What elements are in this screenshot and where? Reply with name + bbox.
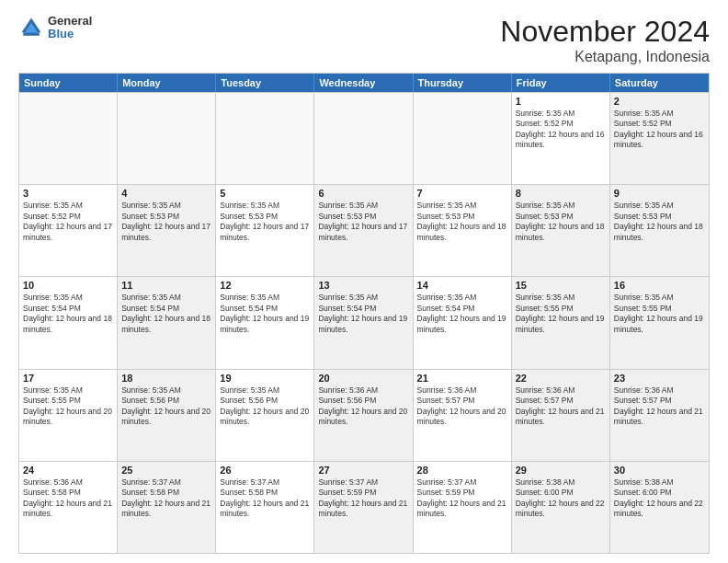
day-number: 12 [220, 280, 310, 291]
calendar-day-cell: 3Sunrise: 5:35 AM Sunset: 5:52 PM Daylig… [19, 185, 118, 276]
day-number: 4 [121, 188, 211, 199]
calendar: SundayMondayTuesdayWednesdayThursdayFrid… [18, 73, 710, 554]
calendar-week-row: 10Sunrise: 5:35 AM Sunset: 5:54 PM Dayli… [19, 276, 709, 368]
day-info: Sunrise: 5:37 AM Sunset: 5:58 PM Dayligh… [220, 477, 310, 520]
day-number: 14 [417, 280, 507, 291]
calendar-day-cell: 17Sunrise: 5:35 AM Sunset: 5:55 PM Dayli… [19, 370, 118, 461]
logo: General Blue [18, 15, 92, 41]
day-info: Sunrise: 5:35 AM Sunset: 5:56 PM Dayligh… [121, 385, 211, 428]
calendar-day-cell: 14Sunrise: 5:35 AM Sunset: 5:54 PM Dayli… [414, 277, 512, 368]
day-of-week-header: Sunday [19, 74, 118, 92]
day-of-week-header: Monday [118, 74, 216, 92]
day-info: Sunrise: 5:35 AM Sunset: 5:54 PM Dayligh… [318, 293, 408, 335]
day-info: Sunrise: 5:35 AM Sunset: 5:54 PM Dayligh… [220, 293, 310, 335]
day-number: 24 [23, 465, 113, 476]
day-number: 8 [516, 188, 606, 199]
calendar-day-cell: 24Sunrise: 5:36 AM Sunset: 5:58 PM Dayli… [19, 462, 118, 553]
logo-text: General Blue [48, 15, 92, 41]
location-subtitle: Ketapang, Indonesia [500, 49, 710, 65]
day-of-week-header: Thursday [414, 74, 512, 92]
calendar-day-cell: 11Sunrise: 5:35 AM Sunset: 5:54 PM Dayli… [118, 277, 216, 368]
day-info: Sunrise: 5:35 AM Sunset: 5:53 PM Dayligh… [318, 201, 408, 243]
calendar-day-cell: 25Sunrise: 5:37 AM Sunset: 5:58 PM Dayli… [118, 462, 216, 553]
day-of-week-header: Wednesday [314, 74, 413, 92]
day-info: Sunrise: 5:35 AM Sunset: 5:52 PM Dayligh… [516, 109, 606, 151]
calendar-day-cell: 7Sunrise: 5:35 AM Sunset: 5:53 PM Daylig… [414, 185, 512, 276]
day-number: 23 [614, 373, 705, 384]
calendar-week-row: 3Sunrise: 5:35 AM Sunset: 5:52 PM Daylig… [19, 184, 709, 276]
calendar-week-row: 1Sunrise: 5:35 AM Sunset: 5:52 PM Daylig… [19, 92, 709, 184]
calendar-day-cell: 19Sunrise: 5:35 AM Sunset: 5:56 PM Dayli… [216, 370, 314, 461]
day-number: 11 [121, 280, 211, 291]
calendar-day-cell: 29Sunrise: 5:38 AM Sunset: 6:00 PM Dayli… [512, 462, 610, 553]
calendar-day-cell: 1Sunrise: 5:35 AM Sunset: 5:52 PM Daylig… [512, 93, 610, 184]
day-number: 26 [220, 465, 310, 476]
calendar-page: General Blue November 2024 Ketapang, Ind… [0, 0, 728, 563]
calendar-day-cell [314, 93, 413, 184]
calendar-day-cell [19, 93, 118, 184]
day-info: Sunrise: 5:36 AM Sunset: 5:57 PM Dayligh… [614, 385, 705, 428]
logo-general: General [48, 15, 92, 28]
day-info: Sunrise: 5:35 AM Sunset: 5:54 PM Dayligh… [23, 293, 113, 335]
calendar-week-row: 17Sunrise: 5:35 AM Sunset: 5:55 PM Dayli… [19, 369, 709, 461]
day-info: Sunrise: 5:38 AM Sunset: 6:00 PM Dayligh… [516, 477, 606, 520]
calendar-day-cell: 18Sunrise: 5:35 AM Sunset: 5:56 PM Dayli… [118, 370, 216, 461]
calendar-day-cell: 2Sunrise: 5:35 AM Sunset: 5:52 PM Daylig… [610, 93, 709, 184]
day-of-week-header: Friday [512, 74, 610, 92]
day-number: 25 [121, 465, 211, 476]
day-number: 20 [318, 373, 408, 384]
day-info: Sunrise: 5:37 AM Sunset: 5:58 PM Dayligh… [121, 477, 211, 520]
day-info: Sunrise: 5:36 AM Sunset: 5:56 PM Dayligh… [318, 385, 408, 428]
calendar-day-cell: 21Sunrise: 5:36 AM Sunset: 5:57 PM Dayli… [414, 370, 512, 461]
day-number: 7 [417, 188, 507, 199]
day-number: 27 [318, 465, 408, 476]
calendar-day-cell: 12Sunrise: 5:35 AM Sunset: 5:54 PM Dayli… [216, 277, 314, 368]
day-number: 5 [220, 188, 310, 199]
day-number: 10 [23, 280, 113, 291]
day-info: Sunrise: 5:35 AM Sunset: 5:53 PM Dayligh… [614, 201, 705, 243]
calendar-day-cell: 15Sunrise: 5:35 AM Sunset: 5:55 PM Dayli… [512, 277, 610, 368]
calendar-day-cell: 28Sunrise: 5:37 AM Sunset: 5:59 PM Dayli… [414, 462, 512, 553]
day-number: 3 [23, 188, 113, 199]
day-number: 30 [614, 465, 705, 476]
svg-rect-2 [23, 33, 40, 37]
day-info: Sunrise: 5:37 AM Sunset: 5:59 PM Dayligh… [318, 477, 408, 520]
day-number: 15 [516, 280, 606, 291]
day-number: 13 [318, 280, 408, 291]
calendar-day-cell: 4Sunrise: 5:35 AM Sunset: 5:53 PM Daylig… [118, 185, 216, 276]
calendar-day-cell: 16Sunrise: 5:35 AM Sunset: 5:55 PM Dayli… [610, 277, 709, 368]
day-info: Sunrise: 5:35 AM Sunset: 5:53 PM Dayligh… [417, 201, 507, 243]
day-info: Sunrise: 5:35 AM Sunset: 5:55 PM Dayligh… [23, 385, 113, 428]
calendar-day-cell: 13Sunrise: 5:35 AM Sunset: 5:54 PM Dayli… [314, 277, 413, 368]
day-number: 18 [121, 373, 211, 384]
day-number: 17 [23, 373, 113, 384]
day-number: 1 [516, 96, 606, 107]
day-info: Sunrise: 5:36 AM Sunset: 5:58 PM Dayligh… [23, 477, 113, 520]
day-number: 19 [220, 373, 310, 384]
day-number: 22 [516, 373, 606, 384]
day-number: 28 [417, 465, 507, 476]
day-number: 6 [318, 188, 408, 199]
day-info: Sunrise: 5:35 AM Sunset: 5:55 PM Dayligh… [516, 293, 606, 335]
day-info: Sunrise: 5:35 AM Sunset: 5:53 PM Dayligh… [516, 201, 606, 243]
calendar-day-cell: 5Sunrise: 5:35 AM Sunset: 5:53 PM Daylig… [216, 185, 314, 276]
day-number: 21 [417, 373, 507, 384]
calendar-day-cell: 23Sunrise: 5:36 AM Sunset: 5:57 PM Dayli… [610, 370, 709, 461]
calendar-day-cell: 22Sunrise: 5:36 AM Sunset: 5:57 PM Dayli… [512, 370, 610, 461]
calendar-body: 1Sunrise: 5:35 AM Sunset: 5:52 PM Daylig… [19, 92, 709, 553]
day-info: Sunrise: 5:35 AM Sunset: 5:54 PM Dayligh… [417, 293, 507, 335]
day-info: Sunrise: 5:35 AM Sunset: 5:53 PM Dayligh… [220, 201, 310, 243]
day-info: Sunrise: 5:35 AM Sunset: 5:54 PM Dayligh… [121, 293, 211, 335]
calendar-day-cell: 20Sunrise: 5:36 AM Sunset: 5:56 PM Dayli… [314, 370, 413, 461]
month-year-title: November 2024 [500, 15, 710, 49]
day-info: Sunrise: 5:36 AM Sunset: 5:57 PM Dayligh… [417, 385, 507, 428]
calendar-day-cell: 30Sunrise: 5:38 AM Sunset: 6:00 PM Dayli… [610, 462, 709, 553]
logo-blue: Blue [48, 28, 92, 40]
calendar-day-cell: 6Sunrise: 5:35 AM Sunset: 5:53 PM Daylig… [314, 185, 413, 276]
calendar-day-cell: 27Sunrise: 5:37 AM Sunset: 5:59 PM Dayli… [314, 462, 413, 553]
page-header: General Blue November 2024 Ketapang, Ind… [18, 15, 710, 65]
calendar-day-cell [216, 93, 314, 184]
title-block: November 2024 Ketapang, Indonesia [500, 15, 710, 65]
day-number: 9 [614, 188, 705, 199]
day-number: 29 [516, 465, 606, 476]
